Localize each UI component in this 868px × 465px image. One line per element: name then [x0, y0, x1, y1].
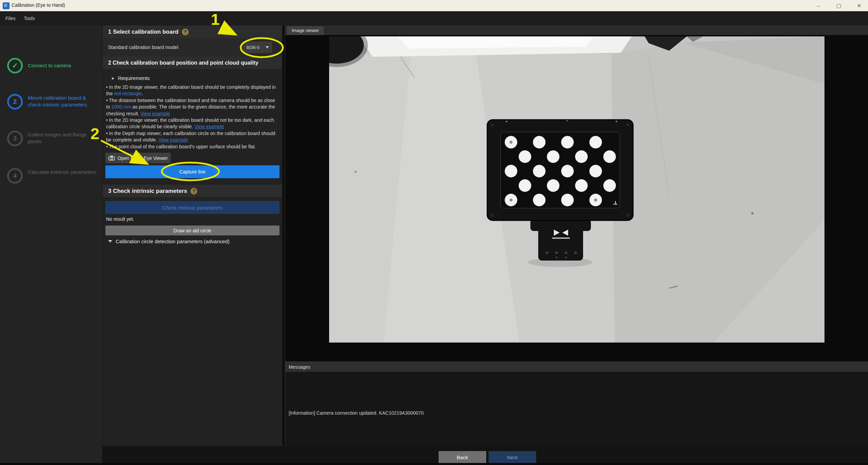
window-title: Calibration (Eye to Hand) — [12, 2, 65, 8]
viewer-tab-strip: Image viewer — [285, 26, 868, 35]
tab-image-viewer[interactable]: Image viewer — [287, 26, 324, 35]
window-bottom-edge — [0, 463, 868, 465]
sidebar-item-calc-extrinsic[interactable]: Calculate extrinsic parameters — [28, 169, 98, 176]
open-mech-eye-viewer-button[interactable]: Open Mech-Eye Viewer — [105, 153, 171, 163]
inline-link[interactable]: View example — [140, 111, 170, 116]
messages-header[interactable]: Messages — [285, 362, 868, 372]
image-viewer-canvas[interactable] — [285, 35, 868, 360]
app-icon — [3, 2, 10, 9]
section3-header: 3 Check intrinsic parameters ? — [103, 185, 282, 197]
step1-check-icon: ✓ — [7, 58, 23, 73]
collapse-marker-icon: ◆ — [112, 77, 114, 80]
chevron-down-icon — [108, 240, 112, 243]
requirement-item: • In the Depth map viewer, each calibrat… — [106, 130, 278, 144]
requirement-item: • The point cloud of the calibration boa… — [106, 144, 278, 150]
minimize-icon[interactable]: – — [813, 2, 823, 9]
inline-link[interactable]: View example — [158, 137, 188, 143]
sidebar-item-collect-images[interactable]: Collect images and flange poses — [28, 131, 98, 145]
log-entry: [Information] Camera connection updated.… — [289, 410, 424, 416]
title-bar: Calibration (Eye to Hand) – ▢ ✕ — [0, 0, 868, 11]
advanced-parameters-label: Calibration circle detection parameters … — [116, 238, 229, 244]
step4-number-icon: 4 — [7, 168, 23, 184]
camera-icon — [108, 155, 115, 161]
no-result-text: No result yet. — [106, 216, 134, 222]
maximize-icon[interactable]: ▢ — [834, 2, 844, 9]
board-model-row: Standard calibration board model BDB-5 — [103, 38, 282, 56]
panel-splitter[interactable] — [282, 26, 285, 465]
requirement-item: • In the 2D image viewer, the calibratio… — [106, 117, 278, 130]
open-viewer-label: Open Mech-Eye Viewer — [118, 155, 168, 161]
inline-link[interactable]: red rectangle — [114, 91, 142, 96]
section2-header: 2 Check calibration board position and p… — [103, 56, 282, 69]
requirement-item: • In the 2D image viewer, the calibratio… — [106, 84, 278, 97]
section3-title: 3 Check intrinsic parameters — [108, 185, 187, 197]
menu-bar: Files Tools — [0, 11, 868, 26]
board-model-value: BDB-5 — [246, 45, 259, 50]
board-model-dropdown[interactable]: BDB-5 — [242, 41, 272, 53]
step2-number-icon: 2 — [7, 94, 23, 110]
messages-log[interactable]: [Information] Camera connection updated.… — [285, 372, 868, 446]
steps-sidebar: ✓ Connect to camera 2 Mount calibration … — [0, 26, 103, 463]
advanced-parameters-toggle[interactable]: Calibration circle detection parameters … — [108, 238, 229, 244]
requirements-toggle[interactable]: ◆ Requirements — [112, 75, 150, 81]
section2-title: 2 Check calibration board position and p… — [108, 56, 258, 69]
help-icon[interactable]: ? — [190, 188, 197, 195]
chevron-down-icon — [266, 46, 269, 48]
inline-link[interactable]: View example — [194, 124, 224, 129]
next-button[interactable]: Next — [489, 451, 536, 464]
sidebar-item-mount-board[interactable]: Mount calibration board & check intrinsi… — [28, 95, 98, 108]
close-icon[interactable]: ✕ — [854, 2, 864, 9]
board-model-label: Standard calibration board model — [108, 38, 178, 56]
capture-live-button[interactable]: Capture live — [105, 165, 279, 178]
section1-title: 1 Select calibration board — [108, 26, 178, 38]
camera-2d-image — [329, 36, 824, 343]
menu-tools[interactable]: Tools — [21, 11, 38, 26]
draw-aid-circle-button[interactable]: Draw an aid circle — [105, 226, 279, 235]
help-icon[interactable]: ? — [182, 29, 189, 35]
requirements-label: Requirements — [118, 75, 150, 81]
requirements-list: • In the 2D image viewer, the calibratio… — [106, 84, 278, 150]
calibration-steps-panel: 1 Select calibration board ? Standard ca… — [103, 26, 282, 446]
section1-header: 1 Select calibration board ? — [103, 26, 282, 38]
sidebar-item-connect-camera[interactable]: Connect to camera — [28, 62, 98, 69]
calibration-window: Calibration (Eye to Hand) – ▢ ✕ Files To… — [0, 0, 868, 465]
back-button[interactable]: Back — [439, 451, 486, 464]
check-intrinsic-parameters-button[interactable]: Check intrinsic parameters — [105, 201, 279, 214]
requirement-item: • The distance between the calibration b… — [106, 97, 278, 117]
menu-files[interactable]: Files — [3, 11, 18, 26]
viewer-panel: Image viewer — [285, 26, 868, 446]
step3-number-icon: 3 — [7, 131, 23, 146]
inline-link[interactable]: 1000 mm — [112, 104, 131, 110]
